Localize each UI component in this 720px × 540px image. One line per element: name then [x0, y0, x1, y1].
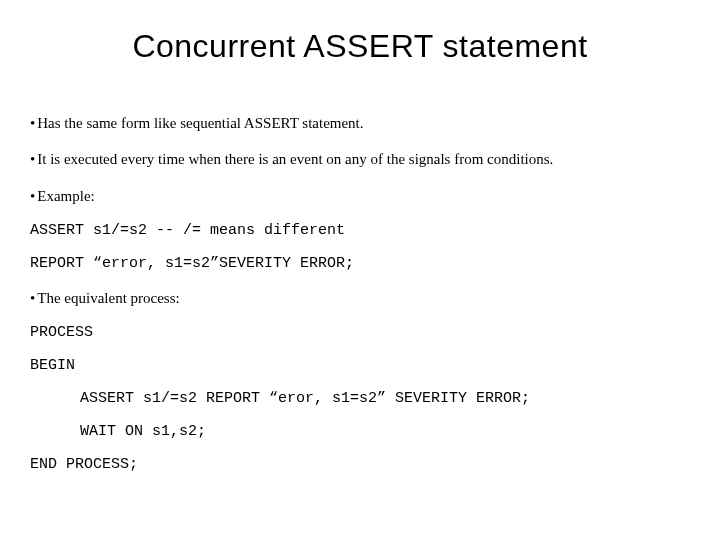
bullet-item-2: •It is executed every time when there is…	[30, 149, 690, 169]
bullet-mark: •	[30, 149, 35, 169]
bullet-text: The equivalent process:	[37, 290, 179, 306]
code-line-body-assert: ASSERT s1/=s2 REPORT “eror, s1=s2” SEVER…	[30, 390, 690, 407]
bullet-mark: •	[30, 288, 35, 308]
code-line-end: END PROCESS;	[30, 456, 690, 473]
code-line-begin: BEGIN	[30, 357, 690, 374]
code-line-assert: ASSERT s1/=s2 -- /= means different	[30, 222, 690, 239]
bullet-item-1: •Has the same form like sequential ASSER…	[30, 113, 690, 133]
bullet-text: It is executed every time when there is …	[37, 151, 553, 167]
bullet-mark: •	[30, 113, 35, 133]
code-line-report: REPORT “error, s1=s2”SEVERITY ERROR;	[30, 255, 690, 272]
bullet-item-3: •Example:	[30, 186, 690, 206]
code-line-body-wait: WAIT ON s1,s2;	[30, 423, 690, 440]
bullet-text: Example:	[37, 188, 94, 204]
code-line-process: PROCESS	[30, 324, 690, 341]
bullet-text: Has the same form like sequential ASSERT…	[37, 115, 363, 131]
bullet-mark: •	[30, 186, 35, 206]
bullet-item-4: •The equivalent process:	[30, 288, 690, 308]
slide-title: Concurrent ASSERT statement	[30, 28, 690, 65]
